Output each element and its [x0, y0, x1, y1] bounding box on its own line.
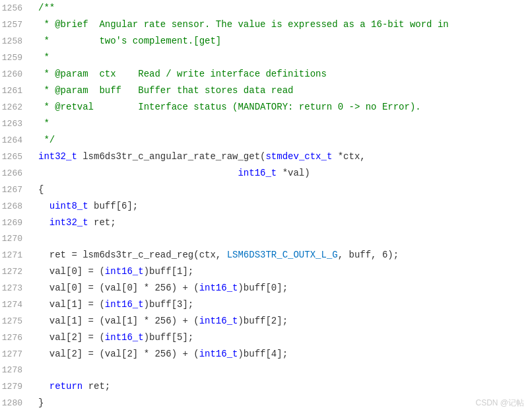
- code-token: uint8_t: [50, 201, 88, 211]
- code-token: int16_t: [238, 168, 277, 178]
- table-row: 1273 val[0] = (val[0] * 256) + (int16_t)…: [0, 280, 532, 296]
- line-number: 1263: [0, 116, 33, 132]
- code-token: lsm6ds3tr_c_angular_rate_raw_get(: [77, 151, 266, 162]
- line-content: val[2] = (int16_t)buff[5];: [33, 329, 532, 345]
- code-token: int16_t: [105, 332, 144, 343]
- code-token: val[1] = (: [38, 299, 105, 310]
- line-number: 1258: [0, 34, 33, 50]
- line-number: 1276: [0, 330, 33, 346]
- line-number: 1264: [0, 133, 33, 149]
- code-token: )buff[0];: [238, 283, 288, 293]
- table-row: 1258 * two's complement.[get]: [0, 33, 532, 50]
- code-token: int16_t: [199, 349, 238, 359]
- code-token: {: [38, 184, 44, 195]
- line-content: val[0] = (int16_t)buff[1];: [33, 263, 532, 279]
- line-number: 1256: [0, 1, 33, 17]
- table-row: 1256/**: [0, 0, 532, 17]
- line-content: * @param ctx Read / write interface defi…: [33, 66, 532, 82]
- code-token: )buff[5];: [144, 332, 194, 343]
- code-token: ret = lsm6ds3tr_c_read_reg(ctx,: [38, 250, 227, 260]
- code-token: val[0] = (val[0] * 256) + (: [38, 283, 199, 293]
- code-token: }: [38, 398, 44, 408]
- line-number: 1273: [0, 281, 33, 296]
- line-content: *: [33, 50, 532, 65]
- line-content: * @retval Interface status (MANDATORY: r…: [33, 99, 532, 115]
- code-token: *val): [277, 168, 310, 178]
- line-number: 1267: [0, 182, 33, 198]
- line-content: return ret;: [33, 378, 532, 394]
- line-content: {: [33, 182, 532, 197]
- code-token: int32_t: [38, 151, 77, 162]
- code-token: * @param ctx Read / write interface defi…: [38, 69, 327, 79]
- code-token: *: [38, 118, 50, 129]
- table-row: 1262 * @retval Interface status (MANDATO…: [0, 99, 532, 116]
- table-row: 1263 *: [0, 116, 532, 132]
- code-token: ret;: [83, 381, 110, 392]
- line-content: * @brief Angular rate sensor. The value …: [33, 17, 532, 32]
- code-token: )buff[2];: [238, 316, 288, 326]
- table-row: 1269 int32_t ret;: [0, 215, 532, 231]
- table-row: 1261 * @param buff Buffer that stores da…: [0, 83, 532, 99]
- line-content: */: [33, 132, 532, 148]
- line-number: 1271: [0, 248, 33, 263]
- code-token: val[2] = (val[2] * 256) + (: [38, 349, 199, 359]
- line-number: 1279: [0, 379, 33, 395]
- code-token: [38, 201, 50, 211]
- code-token: int16_t: [105, 299, 144, 310]
- line-content: uint8_t buff[6];: [33, 198, 532, 214]
- line-number: 1268: [0, 199, 33, 215]
- line-number: 1261: [0, 83, 33, 99]
- table-row: 1259 *: [0, 50, 532, 66]
- code-token: val[0] = (: [38, 266, 105, 277]
- code-token: ret;: [88, 217, 116, 228]
- code-token: val[2] = (: [38, 332, 105, 343]
- code-token: , buff, 6);: [338, 250, 399, 260]
- line-content: val[0] = (val[0] * 256) + (int16_t)buff[…: [33, 280, 532, 296]
- code-token: stmdev_ctx_t: [265, 151, 332, 162]
- line-content: * @param buff Buffer that stores data re…: [33, 83, 532, 98]
- line-content: ret = lsm6ds3tr_c_read_reg(ctx, LSM6DS3T…: [33, 247, 532, 263]
- line-number: 1269: [0, 215, 33, 231]
- watermark: CSDN @记帖: [475, 395, 524, 411]
- code-token: )buff[4];: [238, 349, 288, 359]
- line-number: 1265: [0, 149, 33, 165]
- code-token: [38, 217, 50, 228]
- table-row: 1271 ret = lsm6ds3tr_c_read_reg(ctx, LSM…: [0, 247, 532, 263]
- table-row: 1272 val[0] = (int16_t)buff[1];: [0, 263, 532, 280]
- table-row: 1274 val[1] = (int16_t)buff[3];: [0, 296, 532, 313]
- table-row: 1275 val[1] = (val[1] * 256) + (int16_t)…: [0, 313, 532, 329]
- line-content: val[1] = (int16_t)buff[3];: [33, 296, 532, 312]
- table-row: 1264 */: [0, 132, 532, 149]
- line-content: *: [33, 116, 532, 131]
- code-token: buff[6];: [88, 201, 139, 211]
- table-row: 1257 * @brief Angular rate sensor. The v…: [0, 17, 532, 33]
- code-token: [38, 168, 238, 178]
- line-number: 1257: [0, 17, 33, 33]
- line-content: /**: [33, 0, 532, 16]
- line-content: }: [33, 395, 532, 411]
- code-token: int32_t: [50, 217, 88, 228]
- line-number: 1275: [0, 314, 33, 329]
- code-token: * @brief Angular rate sensor. The value …: [38, 19, 449, 30]
- table-row: 1266 int16_t *val): [0, 165, 532, 182]
- table-row: 1279 return ret;: [0, 378, 532, 395]
- line-number: 1270: [0, 231, 33, 247]
- table-row: 1267{: [0, 182, 532, 198]
- line-number: 1277: [0, 347, 33, 363]
- code-token: int16_t: [199, 316, 238, 326]
- line-number: 1280: [0, 396, 33, 411]
- line-content: int16_t *val): [33, 165, 532, 181]
- code-container: 1256/**1257 * @brief Angular rate sensor…: [0, 0, 532, 416]
- table-row: 1265int32_t lsm6ds3tr_c_angular_rate_raw…: [0, 149, 532, 165]
- table-row: 1277 val[2] = (val[2] * 256) + (int16_t)…: [0, 346, 532, 363]
- table-row: 1260 * @param ctx Read / write interface…: [0, 66, 532, 83]
- line-number: 1260: [0, 67, 33, 83]
- code-token: /**: [38, 3, 55, 13]
- code-token: * @param buff Buffer that stores data re…: [38, 85, 293, 96]
- code-token: return: [50, 381, 83, 392]
- table-row: 1270: [0, 231, 532, 247]
- line-number: 1274: [0, 297, 33, 313]
- line-content: val[1] = (val[1] * 256) + (int16_t)buff[…: [33, 313, 532, 329]
- code-token: int16_t: [199, 283, 238, 293]
- code-token: int16_t: [105, 266, 144, 277]
